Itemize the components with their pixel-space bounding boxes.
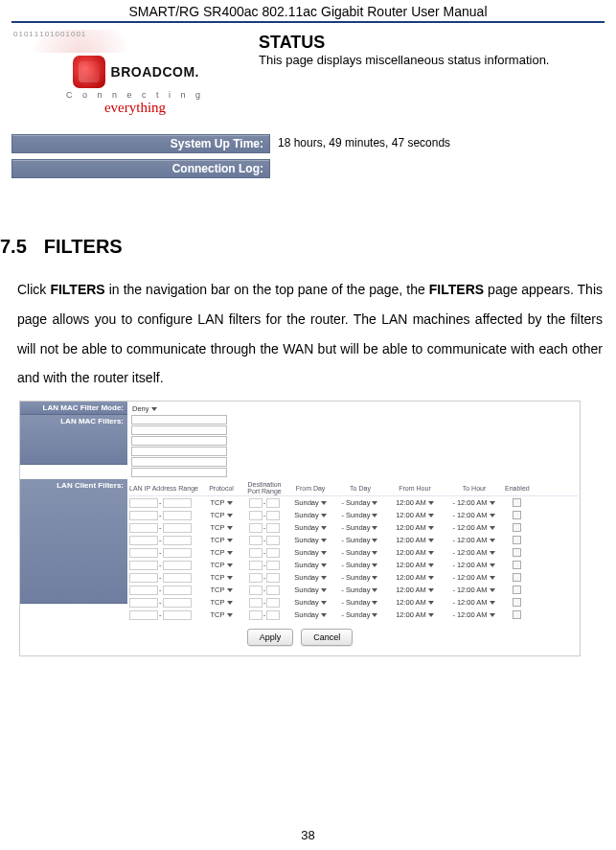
from-hour-select[interactable]: 12:00 AM — [395, 597, 435, 608]
ip-from-input[interactable] — [129, 586, 158, 595]
to-hour-select[interactable]: 12:00 AM — [456, 609, 496, 620]
to-day-select[interactable]: Sunday — [345, 510, 378, 520]
mac-filter-input[interactable] — [131, 457, 227, 467]
to-day-select[interactable]: Sunday — [345, 547, 378, 558]
port-to-input[interactable] — [266, 498, 280, 508]
protocol-select[interactable]: TCP — [210, 597, 234, 608]
ip-to-input[interactable] — [163, 586, 192, 595]
port-from-input[interactable] — [249, 561, 262, 570]
ip-to-input[interactable] — [163, 610, 192, 620]
mac-filter-input[interactable] — [131, 436, 227, 446]
to-hour-select[interactable]: 12:00 AM — [456, 560, 496, 570]
from-hour-select[interactable]: 12:00 AM — [395, 572, 435, 583]
enabled-checkbox[interactable] — [513, 548, 521, 557]
port-to-input[interactable] — [266, 536, 280, 545]
from-day-select[interactable]: Sunday — [293, 585, 327, 595]
from-day-select[interactable]: Sunday — [293, 609, 327, 620]
ip-to-input[interactable] — [163, 561, 192, 570]
to-hour-select[interactable]: 12:00 AM — [456, 585, 496, 595]
enabled-checkbox[interactable] — [513, 598, 521, 607]
apply-button[interactable]: Apply — [247, 629, 294, 646]
port-from-input[interactable] — [249, 598, 262, 608]
mac-mode-select[interactable]: Deny — [131, 403, 158, 414]
protocol-select[interactable]: TCP — [210, 497, 234, 508]
from-hour-select[interactable]: 12:00 AM — [395, 609, 435, 620]
to-hour-select[interactable]: 12:00 AM — [456, 597, 496, 608]
to-day-select[interactable]: Sunday — [345, 597, 378, 608]
protocol-select[interactable]: TCP — [210, 547, 234, 558]
from-day-select[interactable]: Sunday — [293, 535, 327, 545]
from-hour-select[interactable]: 12:00 AM — [395, 535, 435, 545]
enabled-checkbox[interactable] — [513, 573, 521, 582]
to-day-select[interactable]: Sunday — [345, 609, 378, 620]
from-day-select[interactable]: Sunday — [293, 510, 327, 520]
port-from-input[interactable] — [249, 586, 262, 595]
port-from-input[interactable] — [249, 498, 262, 508]
cancel-button[interactable]: Cancel — [301, 629, 353, 646]
mac-filter-input[interactable] — [131, 468, 227, 477]
to-hour-select[interactable]: 12:00 AM — [456, 535, 496, 545]
port-to-input[interactable] — [266, 511, 280, 520]
port-to-input[interactable] — [266, 548, 280, 558]
from-hour-select[interactable]: 12:00 AM — [395, 547, 435, 558]
protocol-select[interactable]: TCP — [210, 535, 234, 545]
from-hour-select[interactable]: 12:00 AM — [395, 497, 435, 508]
to-day-select[interactable]: Sunday — [345, 522, 378, 533]
protocol-select[interactable]: TCP — [210, 585, 234, 595]
port-to-input[interactable] — [266, 523, 280, 533]
to-day-select[interactable]: Sunday — [345, 572, 378, 583]
to-hour-select[interactable]: 12:00 AM — [456, 497, 496, 508]
to-hour-select[interactable]: 12:00 AM — [456, 572, 496, 583]
enabled-checkbox[interactable] — [513, 536, 521, 544]
ip-to-input[interactable] — [163, 511, 192, 520]
ip-from-input[interactable] — [129, 523, 158, 533]
from-day-select[interactable]: Sunday — [293, 560, 327, 570]
mac-filter-input[interactable] — [131, 447, 227, 456]
from-hour-select[interactable]: 12:00 AM — [395, 510, 435, 520]
mac-filter-input[interactable] — [131, 415, 227, 425]
port-to-input[interactable] — [266, 573, 280, 583]
ip-from-input[interactable] — [129, 598, 158, 608]
port-from-input[interactable] — [249, 536, 262, 545]
to-hour-select[interactable]: 12:00 AM — [456, 510, 496, 520]
port-from-input[interactable] — [249, 523, 262, 533]
port-to-input[interactable] — [266, 586, 280, 595]
from-hour-select[interactable]: 12:00 AM — [395, 560, 435, 570]
enabled-checkbox[interactable] — [513, 523, 521, 532]
to-day-select[interactable]: Sunday — [345, 497, 378, 508]
to-day-select[interactable]: Sunday — [345, 535, 378, 545]
port-to-input[interactable] — [266, 610, 280, 620]
ip-from-input[interactable] — [129, 536, 158, 545]
ip-to-input[interactable] — [163, 573, 192, 583]
ip-to-input[interactable] — [163, 536, 192, 545]
to-day-select[interactable]: Sunday — [345, 560, 378, 570]
from-day-select[interactable]: Sunday — [293, 597, 327, 608]
ip-from-input[interactable] — [129, 548, 158, 558]
from-day-select[interactable]: Sunday — [293, 572, 327, 583]
enabled-checkbox[interactable] — [513, 561, 521, 569]
protocol-select[interactable]: TCP — [210, 609, 234, 620]
from-hour-select[interactable]: 12:00 AM — [395, 522, 435, 533]
enabled-checkbox[interactable] — [513, 586, 521, 594]
mac-filter-input[interactable] — [131, 425, 227, 435]
enabled-checkbox[interactable] — [513, 610, 521, 619]
port-to-input[interactable] — [266, 561, 280, 570]
port-from-input[interactable] — [249, 610, 262, 620]
ip-from-input[interactable] — [129, 498, 158, 508]
ip-to-input[interactable] — [163, 523, 192, 533]
enabled-checkbox[interactable] — [513, 511, 521, 519]
ip-from-input[interactable] — [129, 610, 158, 620]
protocol-select[interactable]: TCP — [210, 510, 234, 520]
enabled-checkbox[interactable] — [513, 498, 521, 507]
ip-from-input[interactable] — [129, 561, 158, 570]
from-day-select[interactable]: Sunday — [293, 497, 327, 508]
to-hour-select[interactable]: 12:00 AM — [456, 522, 496, 533]
ip-to-input[interactable] — [163, 548, 192, 558]
ip-to-input[interactable] — [163, 498, 192, 508]
from-day-select[interactable]: Sunday — [293, 522, 327, 533]
from-hour-select[interactable]: 12:00 AM — [395, 585, 435, 595]
port-from-input[interactable] — [249, 511, 262, 520]
ip-from-input[interactable] — [129, 573, 158, 583]
port-from-input[interactable] — [249, 573, 262, 583]
from-day-select[interactable]: Sunday — [293, 547, 327, 558]
